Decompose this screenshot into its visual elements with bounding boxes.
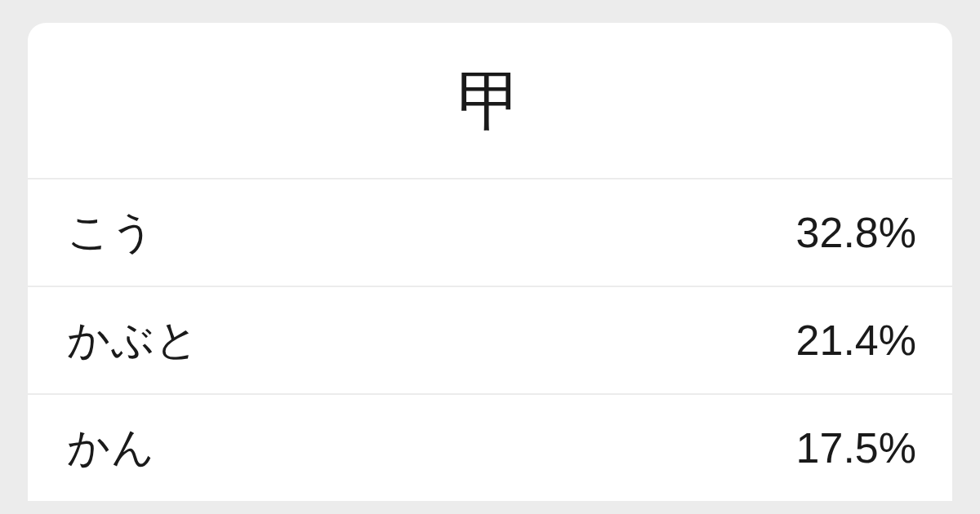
reading-percent: 21.4% — [796, 316, 916, 365]
reading-row[interactable]: こう 32.8% — [28, 178, 952, 286]
reading-percent: 32.8% — [796, 208, 916, 257]
kanji-character: 甲 — [28, 69, 952, 134]
kanji-card: 甲 こう 32.8% かぶと 21.4% かん 17.5% — [28, 23, 952, 501]
reading-text: こう — [67, 204, 155, 261]
reading-percent: 17.5% — [796, 423, 916, 472]
reading-text: かん — [67, 419, 155, 476]
reading-row[interactable]: かん 17.5% — [28, 393, 952, 501]
reading-text: かぶと — [67, 312, 199, 369]
card-header: 甲 — [28, 23, 952, 178]
reading-row[interactable]: かぶと 21.4% — [28, 286, 952, 393]
